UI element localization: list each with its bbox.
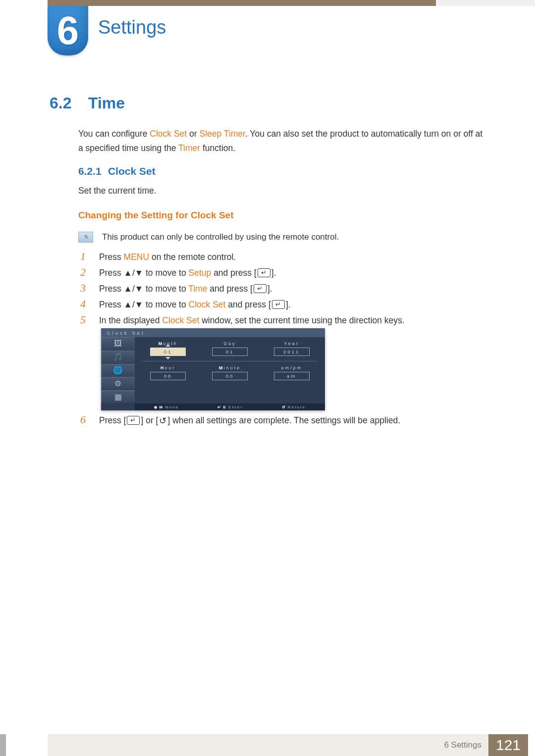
osd-month-field[interactable]: 01: [150, 348, 186, 356]
osd-year-field[interactable]: 2011: [274, 348, 310, 356]
intro-paragraph: You can configure Clock Set or Sleep Tim…: [78, 127, 485, 155]
osd-main: MMonthonth 01 Day 01 Year 2011 Hour 00: [135, 337, 325, 403]
step-2: 2 Press ▲/▼ to move to Setup and press […: [80, 266, 485, 279]
osd-hour-field[interactable]: 00: [150, 372, 186, 380]
enter-icon: [258, 268, 270, 277]
osd-sidebar-sound-icon: 🎵: [101, 351, 135, 364]
down-arrow-icon: [165, 357, 170, 359]
step-6: 6 Press [] or [↺] when all settings are …: [80, 414, 485, 428]
osd-sidebar-setup-icon: ⚙: [101, 377, 135, 390]
enter-icon: [127, 416, 140, 425]
footer-crumb: 6 Settings: [48, 734, 488, 756]
section-number: 6.2: [50, 94, 71, 112]
enter-icon: [272, 300, 285, 309]
note-text: This product can only be controlled by u…: [102, 232, 339, 242]
up-arrow-icon: [165, 344, 170, 347]
section-title: Time: [88, 94, 125, 112]
osd-day-field[interactable]: 01: [212, 348, 248, 356]
step-4: 4 Press ▲/▼ to move to Clock Set and pre…: [80, 298, 485, 311]
osd-minute-field[interactable]: 00: [212, 372, 248, 380]
osd-sidebar: 🖼 🎵 🌐 ⚙ ▦: [101, 337, 135, 403]
return-icon: ↺: [159, 414, 166, 428]
osd-time-row: Hour 00 Minute 00 am/pm am: [142, 365, 318, 380]
note-row: ✎ This product can only be controlled by…: [78, 232, 485, 243]
step-5: 5 In the displayed Clock Set window, set…: [80, 314, 485, 327]
procedure-title: Changing the Setting for Clock Set: [78, 210, 234, 221]
note-icon: ✎: [78, 232, 93, 243]
osd-footer: ◆ M Move ↵ E Enter ↺ Return: [135, 403, 325, 410]
osd-sidebar-multi-icon: ▦: [101, 390, 135, 403]
chapter-badge: 6: [48, 6, 88, 55]
chapter-title: Settings: [98, 17, 166, 38]
osd-sidebar-network-icon: 🌐: [101, 364, 135, 377]
osd-title: Clock Set: [101, 328, 325, 337]
step-3: 3 Press ▲/▼ to move to Time and press []…: [80, 282, 485, 295]
page-footer: 6 Settings 121: [0, 734, 535, 756]
step-1: 1 Press MENU on the remote control.: [80, 251, 485, 263]
osd-ampm-field[interactable]: am: [274, 372, 310, 380]
enter-icon: [254, 284, 267, 293]
chapter-number: 6: [57, 11, 79, 50]
osd-sidebar-picture-icon: 🖼: [101, 337, 135, 351]
subsection-number: 6.2.1: [78, 165, 102, 177]
top-accent-bar: [0, 0, 535, 6]
page-number: 121: [488, 734, 528, 756]
subsection-title: Clock Set: [108, 165, 156, 177]
osd-date-row: MMonthonth 01 Day 01 Year 2011: [142, 341, 318, 356]
subsection-desc: Set the current time.: [78, 186, 157, 196]
osd-clock-set-panel: Clock Set 🖼 🎵 🌐 ⚙ ▦ MMonthonth 01 Day 01…: [101, 328, 325, 410]
